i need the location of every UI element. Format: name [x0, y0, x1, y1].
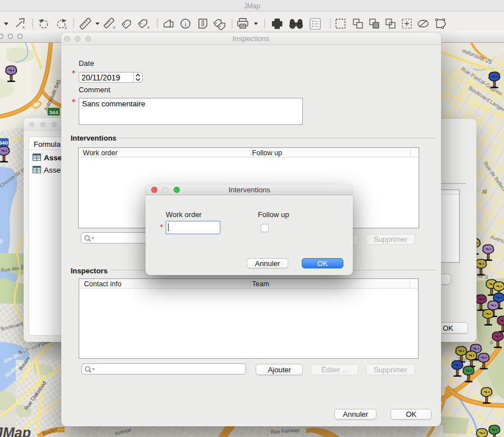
svg-text:al: al [482, 188, 487, 195]
svg-text:344: 344 [49, 109, 59, 115]
svg-text:x: x [65, 25, 67, 30]
svg-text:i: i [184, 21, 186, 28]
svg-text:JMap: JMap [0, 425, 31, 437]
svg-text:x: x [113, 25, 115, 30]
svg-text:640: 640 [0, 139, 8, 146]
svg-text:x: x [147, 25, 149, 30]
svg-text:x: x [22, 25, 25, 30]
